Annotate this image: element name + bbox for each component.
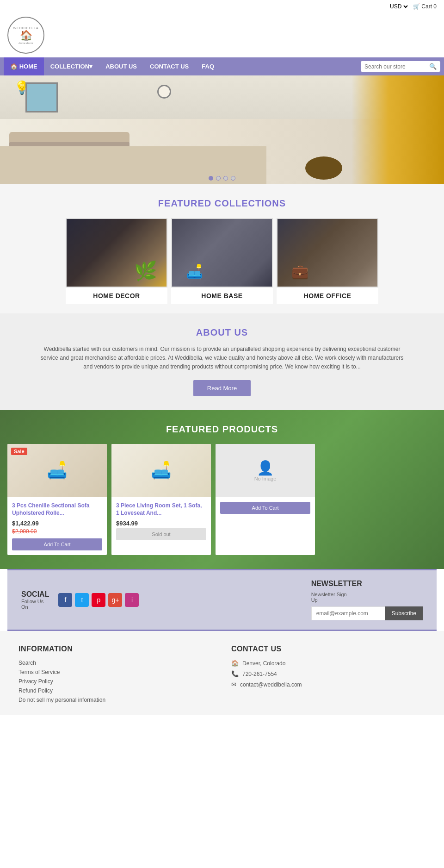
logo-area: WEDDIBELLA 🏠 home decor	[0, 13, 444, 57]
currency-select[interactable]: USD EUR	[388, 3, 409, 10]
nav-contact[interactable]: CONTACT US	[143, 57, 195, 75]
products-grid: Sale 🛋️ 3 Pcs Chenille Sectional Sofa Up…	[7, 444, 437, 556]
footer: INFORMATION Search Terms of Service Priv…	[0, 631, 444, 715]
search-icon: 🔍	[429, 63, 437, 70]
nav-faq[interactable]: FAQ	[195, 57, 221, 75]
instagram-icon[interactable]: i	[125, 593, 139, 607]
home-icon: 🏠	[10, 63, 18, 70]
product-img-2: 🛋️	[111, 444, 211, 497]
featured-collections-section: FEATURED COLLECTIONS HOME DECOR HOME BAS…	[0, 184, 444, 313]
contact-address: 🏠 Denver, Colorado	[231, 660, 426, 667]
contact-phone-text: 720-261-7554	[242, 671, 277, 677]
featured-collections-title: FEATURED COLLECTIONS	[7, 198, 437, 209]
pinterest-icon[interactable]: p	[92, 593, 105, 607]
product-name-1: 3 Pcs Chenille Sectional Sofa Upholstere…	[12, 502, 102, 518]
window-decor	[25, 82, 58, 112]
newsletter-email-input[interactable]	[311, 606, 385, 620]
nav-faq-label: FAQ	[202, 63, 214, 70]
contact-email-text: contact@weddibella.com	[240, 681, 302, 688]
newsletter-subscribe-button[interactable]: Subscribe	[385, 606, 423, 620]
product-card-3: 👤 No Image Add To Cart	[216, 444, 315, 556]
social-label: SOCIAL Follow Us On	[21, 590, 49, 610]
product-price-2: $934.99	[116, 520, 206, 527]
newsletter-section: NEWSLETTER Newsletter Sign Up Subscribe	[311, 580, 423, 620]
collection-card-home-base[interactable]: HOME BASE	[171, 218, 273, 304]
nav-collection-label: COLLECTION	[50, 63, 90, 70]
featured-products-section: FEATURED PRODUCTS Sale 🛋️ 3 Pcs Chenille…	[0, 410, 444, 569]
product-info-3: Add To Cart	[216, 497, 315, 518]
hero-slider: 💡	[0, 75, 444, 184]
about-section: ABOUT US Weddibella started with our cus…	[0, 313, 444, 410]
collection-label-home-office: HOME OFFICE	[277, 287, 378, 304]
collection-img-base-bg	[172, 219, 272, 287]
logo-text-top: WEDDIBELLA	[13, 26, 38, 30]
nav-collection[interactable]: COLLECTION ▾	[44, 57, 99, 75]
nav-contact-label: CONTACT US	[150, 63, 189, 70]
search-input[interactable]	[364, 63, 429, 70]
twitter-icon[interactable]: t	[75, 593, 89, 607]
product-card-1: Sale 🛋️ 3 Pcs Chenille Sectional Sofa Up…	[7, 444, 107, 556]
collection-img-decor-bg	[67, 219, 166, 287]
social-subtitle: Follow Us On	[21, 599, 49, 610]
slider-dot-1[interactable]	[209, 176, 213, 181]
footer-link-terms[interactable]: Terms of Service	[18, 669, 213, 675]
contact-address-text: Denver, Colorado	[242, 660, 285, 667]
collection-label-home-base: HOME BASE	[171, 287, 273, 304]
slider-dot-3[interactable]	[223, 176, 228, 181]
product-price-1: $1,422.99	[12, 520, 102, 527]
product-original-price-1: $2,000.00	[12, 528, 102, 535]
hero-image: 💡	[0, 75, 444, 184]
newsletter-subtitle: Newsletter Sign Up	[311, 592, 347, 603]
collection-img-home-office	[277, 218, 378, 287]
featured-products-title: FEATURED PRODUCTS	[7, 424, 437, 435]
product-card-2: 🛋️ 3 Piece Living Room Set, 1 Sofa, 1 Lo…	[111, 444, 211, 556]
sold-out-btn-2[interactable]: Sold out	[116, 528, 206, 540]
main-nav: 🏠 HOME COLLECTION ▾ ABOUT US CONTACT US …	[0, 57, 444, 75]
footer-link-search[interactable]: Search	[18, 660, 213, 666]
footer-contact: CONTACT US 🏠 Denver, Colorado 📞 720-261-…	[231, 645, 426, 706]
sale-badge-1: Sale	[11, 448, 27, 455]
address-icon: 🏠	[231, 660, 239, 667]
cart-link[interactable]: 🛒 Cart 0	[413, 3, 437, 10]
footer-link-do-not-sell[interactable]: Do not sell my personal information	[18, 697, 213, 703]
footer-information: INFORMATION Search Terms of Service Priv…	[18, 645, 213, 706]
nav-home[interactable]: 🏠 HOME	[4, 57, 44, 75]
facebook-icon[interactable]: f	[58, 593, 72, 607]
logo[interactable]: WEDDIBELLA 🏠 home decor	[7, 17, 44, 54]
product-img-3: 👤 No Image	[216, 444, 315, 497]
nav-about[interactable]: ABOUT US	[99, 57, 143, 75]
product-info-2: 3 Piece Living Room Set, 1 Sofa, 1 Loves…	[111, 497, 211, 545]
cart-label: Cart 0	[421, 3, 437, 10]
contact-phone: 📞 720-261-7554	[231, 670, 426, 677]
footer-link-privacy[interactable]: Privacy Policy	[18, 678, 213, 685]
product-info-1: 3 Pcs Chenille Sectional Sofa Upholstere…	[7, 497, 107, 556]
collection-card-home-decor[interactable]: HOME DECOR	[66, 218, 167, 304]
collections-grid: HOME DECOR HOME BASE HOME OFFICE	[7, 218, 437, 304]
phone-icon: 📞	[231, 670, 239, 677]
collection-img-home-decor	[66, 218, 167, 287]
product-name-2: 3 Piece Living Room Set, 1 Sofa, 1 Loves…	[116, 502, 206, 518]
read-more-button[interactable]: Read More	[193, 380, 251, 396]
no-image-label: No Image	[254, 476, 277, 481]
top-bar: USD EUR 🛒 Cart 0	[0, 0, 444, 13]
social-newsletter-bar: SOCIAL Follow Us On f t p g+ i NEWSLETTE…	[7, 569, 437, 631]
collection-label-home-decor: HOME DECOR	[66, 287, 167, 304]
contact-email: ✉ contact@weddibella.com	[231, 681, 426, 688]
add-to-cart-btn-3[interactable]: Add To Cart	[220, 502, 310, 514]
add-to-cart-btn-1[interactable]: Add To Cart	[12, 538, 102, 550]
slider-dot-4[interactable]	[231, 176, 235, 181]
logo-house-icon: 🏠	[20, 30, 32, 42]
nav-home-label: HOME	[19, 63, 37, 70]
footer-link-refund[interactable]: Refund Policy	[18, 687, 213, 694]
logo-text-middle: home decor	[18, 42, 33, 44]
clock-decor	[157, 85, 171, 99]
social-title: SOCIAL	[21, 590, 49, 599]
slider-dot-2[interactable]	[216, 176, 221, 181]
nav-about-label: ABOUT US	[105, 63, 137, 70]
coffee-table-decor	[305, 156, 342, 180]
googleplus-icon[interactable]: g+	[108, 593, 122, 607]
newsletter-title: NEWSLETTER	[311, 580, 362, 588]
stairs-decor	[352, 75, 444, 184]
collection-card-home-office[interactable]: HOME OFFICE	[277, 218, 378, 304]
collection-img-home-base	[171, 218, 273, 287]
